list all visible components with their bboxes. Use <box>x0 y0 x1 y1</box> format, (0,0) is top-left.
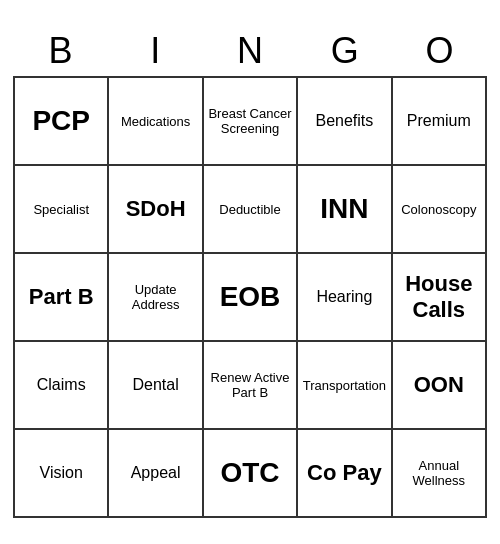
header-letter-o: O <box>392 26 487 76</box>
header-letter-g: G <box>297 26 392 76</box>
bingo-cell-r1-c1: SDoH <box>109 166 203 254</box>
bingo-cell-r3-c3: Transportation <box>298 342 392 430</box>
bingo-grid: PCPMedicationsBreast Cancer ScreeningBen… <box>13 76 487 518</box>
bingo-cell-r2-c4: House Calls <box>393 254 487 342</box>
bingo-cell-r2-c3: Hearing <box>298 254 392 342</box>
bingo-cell-text-r4-c0: Vision <box>40 464 83 482</box>
bingo-cell-text-r1-c1: SDoH <box>126 196 186 222</box>
bingo-cell-text-r0-c1: Medications <box>121 114 190 129</box>
bingo-cell-text-r0-c2: Breast Cancer Screening <box>208 106 292 136</box>
bingo-cell-r4-c3: Co Pay <box>298 430 392 518</box>
bingo-cell-r1-c0: Specialist <box>15 166 109 254</box>
bingo-cell-r2-c0: Part B <box>15 254 109 342</box>
bingo-cell-text-r0-c3: Benefits <box>315 112 373 130</box>
bingo-cell-r0-c1: Medications <box>109 78 203 166</box>
header-letter-b: B <box>13 26 108 76</box>
bingo-cell-text-r2-c0: Part B <box>29 284 94 310</box>
bingo-cell-text-r3-c0: Claims <box>37 376 86 394</box>
bingo-cell-text-r3-c1: Dental <box>132 376 178 394</box>
bingo-cell-text-r2-c1: Update Address <box>113 282 197 312</box>
header-letter-n: N <box>203 26 298 76</box>
bingo-cell-r0-c4: Premium <box>393 78 487 166</box>
bingo-cell-r4-c0: Vision <box>15 430 109 518</box>
bingo-cell-text-r1-c2: Deductible <box>219 202 280 217</box>
bingo-cell-r3-c1: Dental <box>109 342 203 430</box>
bingo-cell-text-r2-c4: House Calls <box>397 271 481 323</box>
bingo-cell-r4-c4: Annual Wellness <box>393 430 487 518</box>
bingo-cell-r4-c2: OTC <box>204 430 298 518</box>
bingo-cell-text-r4-c4: Annual Wellness <box>397 458 481 488</box>
bingo-cell-r0-c0: PCP <box>15 78 109 166</box>
bingo-cell-text-r2-c2: EOB <box>220 281 281 313</box>
bingo-cell-r2-c2: EOB <box>204 254 298 342</box>
bingo-cell-text-r1-c3: INN <box>320 193 368 225</box>
bingo-cell-r0-c3: Benefits <box>298 78 392 166</box>
bingo-cell-r2-c1: Update Address <box>109 254 203 342</box>
bingo-cell-text-r3-c4: OON <box>414 372 464 398</box>
bingo-cell-r1-c3: INN <box>298 166 392 254</box>
bingo-cell-text-r4-c2: OTC <box>220 457 279 489</box>
bingo-cell-r0-c2: Breast Cancer Screening <box>204 78 298 166</box>
bingo-cell-text-r0-c4: Premium <box>407 112 471 130</box>
bingo-cell-r3-c2: Renew Active Part B <box>204 342 298 430</box>
bingo-cell-text-r2-c3: Hearing <box>316 288 372 306</box>
bingo-cell-r3-c0: Claims <box>15 342 109 430</box>
bingo-cell-text-r1-c0: Specialist <box>33 202 89 217</box>
bingo-cell-text-r0-c0: PCP <box>32 105 90 137</box>
bingo-cell-text-r3-c2: Renew Active Part B <box>208 370 292 400</box>
bingo-cell-r1-c4: Colonoscopy <box>393 166 487 254</box>
bingo-cell-text-r1-c4: Colonoscopy <box>401 202 476 217</box>
bingo-cell-r3-c4: OON <box>393 342 487 430</box>
bingo-cell-text-r4-c1: Appeal <box>131 464 181 482</box>
header-letter-i: I <box>108 26 203 76</box>
bingo-card: BINGO PCPMedicationsBreast Cancer Screen… <box>5 18 495 526</box>
bingo-cell-text-r4-c3: Co Pay <box>307 460 382 486</box>
bingo-cell-r1-c2: Deductible <box>204 166 298 254</box>
bingo-cell-text-r3-c3: Transportation <box>303 378 386 393</box>
bingo-header: BINGO <box>13 26 487 76</box>
bingo-cell-r4-c1: Appeal <box>109 430 203 518</box>
